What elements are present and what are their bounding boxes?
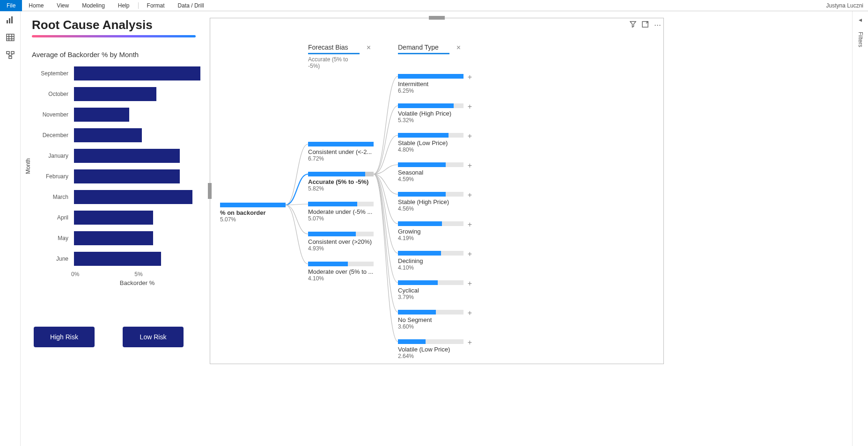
bar-row[interactable]: January (74, 147, 200, 164)
node-label: No Segment (398, 316, 463, 323)
bar-row[interactable]: February (74, 168, 200, 185)
filters-label[interactable]: Filters (857, 32, 864, 47)
bar-fill (74, 169, 180, 183)
tree-node-level1[interactable]: Consistent under (<-2...6.72% (308, 142, 374, 162)
plus-icon[interactable]: + (468, 279, 472, 288)
right-pane-collapsed: ◂ Filters (852, 11, 868, 446)
bar-row[interactable]: November (74, 106, 200, 123)
column-label: Demand Type (398, 44, 439, 51)
bar-fill (74, 66, 200, 80)
decomposition-tree-visual[interactable]: ⋯ Forecast Bias × Accurate (5% to -5%) D… (210, 18, 664, 364)
column-forecast-bias[interactable]: Forecast Bias × Accurate (5% to -5%) (308, 44, 360, 69)
node-label: % on backorder (220, 209, 286, 216)
high-risk-button[interactable]: High Risk (34, 327, 95, 347)
more-options-icon[interactable]: ⋯ (654, 21, 661, 29)
plus-icon[interactable]: + (468, 161, 472, 170)
bar-row[interactable]: December (74, 127, 200, 144)
bar-fill (74, 211, 153, 225)
user-name: Justyna Luczni (826, 2, 868, 9)
tab-home[interactable]: Home (22, 0, 50, 11)
tree-node-level1[interactable]: Moderate over (5% to ...4.10% (308, 262, 374, 282)
bar-row[interactable]: September (74, 65, 200, 82)
bar-row[interactable]: June (74, 250, 200, 267)
title-visual[interactable]: Root Cause Analysis (32, 18, 200, 37)
tree-node-level2[interactable]: +Volatile (Low Price)2.64% (398, 339, 463, 359)
node-value: 6.72% (308, 155, 374, 162)
tab-format[interactable]: Format (140, 0, 171, 11)
visual-header-icons: ⋯ (630, 21, 661, 29)
plus-icon[interactable]: + (468, 338, 472, 347)
tree-root-node[interactable]: % on backorder 5.07% (220, 203, 286, 223)
node-value: 2.64% (398, 353, 463, 359)
node-label: Volatile (Low Price) (398, 346, 463, 353)
tree-node-level2[interactable]: +Growing4.19% (398, 221, 463, 241)
bar-category-label: May (32, 235, 71, 241)
node-value: 5.32% (398, 117, 463, 124)
tab-data-drill[interactable]: Data / Drill (171, 0, 211, 11)
node-value: 4.19% (398, 235, 463, 241)
plus-icon[interactable]: + (468, 220, 472, 229)
bar-row[interactable]: May (74, 230, 200, 247)
svg-rect-2 (11, 16, 13, 23)
svg-rect-9 (11, 51, 14, 54)
bar-fill (74, 128, 142, 142)
svg-rect-1 (9, 18, 10, 23)
tree-node-level1[interactable]: Accurate (5% to -5%)5.82% (308, 172, 374, 192)
top-ribbon: File Home View Modeling Help Format Data… (0, 0, 868, 11)
plus-icon[interactable]: + (468, 102, 472, 111)
bar-category-label: November (32, 111, 71, 118)
report-view-icon[interactable] (6, 15, 15, 24)
tab-view[interactable]: View (50, 0, 75, 11)
node-label: Moderate under (-5% ... (308, 208, 374, 215)
tree-node-level1[interactable]: Consistent over (>20%)4.93% (308, 232, 374, 252)
bar-row[interactable]: April (74, 209, 200, 226)
close-icon[interactable]: × (456, 44, 461, 52)
column-demand-type[interactable]: Demand Type × (398, 44, 449, 54)
bar-fill (74, 190, 192, 204)
bar-chart-visual[interactable]: Average of Backorder % by Month Month Se… (32, 51, 200, 286)
bar-category-label: December (32, 132, 71, 139)
tree-node-level2[interactable]: +Stable (High Price)4.56% (398, 192, 463, 212)
tree-node-level2[interactable]: +Intermittent6.25% (398, 74, 463, 94)
low-risk-button[interactable]: Low Risk (123, 327, 184, 347)
node-label: Seasonal (398, 169, 463, 176)
column-sub: Accurate (5% to -5%) (308, 56, 360, 69)
tab-modeling[interactable]: Modeling (75, 0, 111, 11)
filter-icon[interactable] (630, 21, 636, 29)
plus-icon[interactable]: + (468, 191, 472, 199)
x-axis-label: Backorder % (32, 279, 200, 286)
tree-node-level2[interactable]: +Seasonal4.59% (398, 162, 463, 183)
node-value: 3.79% (398, 294, 463, 300)
file-tab[interactable]: File (0, 0, 22, 11)
tree-node-level2[interactable]: +Declining4.10% (398, 251, 463, 271)
node-value: 5.82% (308, 185, 374, 192)
plus-icon[interactable]: + (468, 73, 472, 81)
tree-node-level2[interactable]: +Volatile (High Price)5.32% (398, 103, 463, 124)
bar-fill (74, 108, 129, 122)
expand-pane-icon[interactable]: ◂ (859, 16, 862, 23)
resize-handle-top[interactable] (429, 16, 445, 20)
node-value: 5.07% (308, 215, 374, 222)
node-value: 6.25% (398, 88, 463, 94)
bar-category-label: April (32, 214, 71, 221)
tree-node-level2[interactable]: +Cyclical3.79% (398, 280, 463, 300)
plus-icon[interactable]: + (468, 309, 472, 317)
tree-node-level2[interactable]: +No Segment3.60% (398, 310, 463, 330)
bar-row[interactable]: October (74, 86, 200, 102)
tab-help[interactable]: Help (111, 0, 136, 11)
node-label: Consistent over (>20%) (308, 238, 374, 245)
svg-rect-3 (7, 34, 14, 41)
bar-row[interactable]: March (74, 189, 200, 205)
node-label: Cyclical (398, 287, 463, 294)
close-icon[interactable]: × (367, 44, 371, 52)
model-view-icon[interactable] (6, 51, 15, 60)
tree-node-level2[interactable]: +Stable (Low Price)4.80% (398, 133, 463, 153)
node-value: 4.59% (398, 176, 463, 183)
tree-node-level1[interactable]: Moderate under (-5% ...5.07% (308, 202, 374, 222)
plus-icon[interactable]: + (468, 250, 472, 258)
plus-icon[interactable]: + (468, 132, 472, 140)
focus-mode-icon[interactable] (642, 21, 648, 29)
resize-handle-left[interactable] (208, 183, 212, 199)
x-tick-0: 0% (71, 271, 79, 278)
data-view-icon[interactable] (6, 33, 15, 42)
